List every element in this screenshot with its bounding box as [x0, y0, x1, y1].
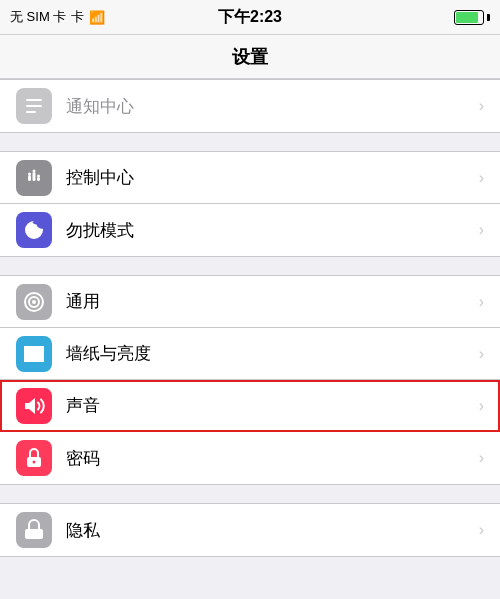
- battery-fill: [456, 12, 478, 23]
- list-item-do-not-disturb[interactable]: 勿扰模式 ›: [0, 204, 500, 256]
- settings-container: 通知中心 › 控制中心 ›: [0, 79, 500, 557]
- general-label: 通用: [66, 290, 479, 313]
- svg-rect-3: [28, 175, 31, 181]
- list-item-control-center[interactable]: 控制中心 ›: [0, 152, 500, 204]
- chevron-icon: ›: [479, 521, 484, 539]
- list-item-notification-center[interactable]: 通知中心 ›: [0, 80, 500, 132]
- list-item-passcode[interactable]: 密码 ›: [0, 432, 500, 484]
- battery-tip: [487, 14, 490, 21]
- passcode-label: 密码: [66, 447, 479, 470]
- list-group-top: 通知中心 ›: [0, 79, 500, 133]
- section-general: 通用 › 墙纸与亮度 ›: [0, 275, 500, 485]
- sounds-icon: [16, 388, 52, 424]
- general-icon: [16, 284, 52, 320]
- svg-rect-13: [25, 529, 43, 539]
- list-item-sounds[interactable]: 声音 ›: [0, 380, 500, 432]
- nav-bar: 设置: [0, 35, 500, 79]
- chevron-icon: ›: [479, 97, 484, 115]
- chevron-icon: ›: [479, 397, 484, 415]
- page-title: 设置: [232, 45, 268, 69]
- chevron-icon: ›: [479, 169, 484, 187]
- battery-body: [454, 10, 484, 25]
- control-center-icon: [16, 160, 52, 196]
- svg-point-7: [33, 169, 36, 172]
- chevron-icon: ›: [479, 345, 484, 363]
- notification-center-icon: [16, 88, 52, 124]
- chevron-icon: ›: [479, 293, 484, 311]
- list-group-control: 控制中心 › 勿扰模式 ›: [0, 151, 500, 257]
- svg-marker-10: [25, 398, 35, 414]
- svg-rect-2: [26, 111, 36, 113]
- list-item-partial[interactable]: 隐私 ›: [0, 504, 500, 556]
- status-left: 无 SIM 卡 卡 📶: [10, 8, 105, 26]
- status-time: 下午2:23: [218, 7, 282, 28]
- list-group-partial: 隐私 ›: [0, 503, 500, 557]
- section-top: 通知中心 ›: [0, 79, 500, 133]
- passcode-icon: [16, 440, 52, 476]
- wifi-icon: 📶: [89, 10, 105, 25]
- list-item-wallpaper[interactable]: 墙纸与亮度 ›: [0, 328, 500, 380]
- svg-rect-0: [26, 99, 42, 101]
- carrier-text: 无 SIM 卡: [10, 8, 66, 26]
- section-control: 控制中心 › 勿扰模式 ›: [0, 151, 500, 257]
- sounds-label: 声音: [66, 394, 479, 417]
- sim-card-text: 卡: [71, 8, 84, 26]
- wallpaper-icon: [16, 336, 52, 372]
- section-partial: 隐私 ›: [0, 503, 500, 557]
- list-group-general: 通用 › 墙纸与亮度 ›: [0, 275, 500, 485]
- divider-1: [0, 133, 500, 151]
- wallpaper-label: 墙纸与亮度: [66, 342, 479, 365]
- svg-point-12: [33, 461, 36, 464]
- divider-2: [0, 257, 500, 275]
- control-center-label: 控制中心: [66, 166, 479, 189]
- status-bar: 无 SIM 卡 卡 📶 下午2:23: [0, 0, 500, 35]
- partial-icon: [16, 512, 52, 548]
- battery-indicator: [454, 10, 490, 25]
- list-item-general[interactable]: 通用 ›: [0, 276, 500, 328]
- svg-rect-4: [33, 172, 36, 181]
- chevron-icon: ›: [479, 221, 484, 239]
- do-not-disturb-label: 勿扰模式: [66, 219, 479, 242]
- notification-center-label: 通知中心: [66, 95, 479, 118]
- status-right: [454, 10, 490, 25]
- divider-3: [0, 485, 500, 503]
- svg-rect-1: [26, 105, 42, 107]
- do-not-disturb-icon: [16, 212, 52, 248]
- chevron-icon: ›: [479, 449, 484, 467]
- partial-label: 隐私: [66, 519, 479, 542]
- svg-rect-5: [37, 177, 40, 181]
- svg-point-6: [28, 172, 31, 175]
- svg-point-8: [37, 174, 40, 177]
